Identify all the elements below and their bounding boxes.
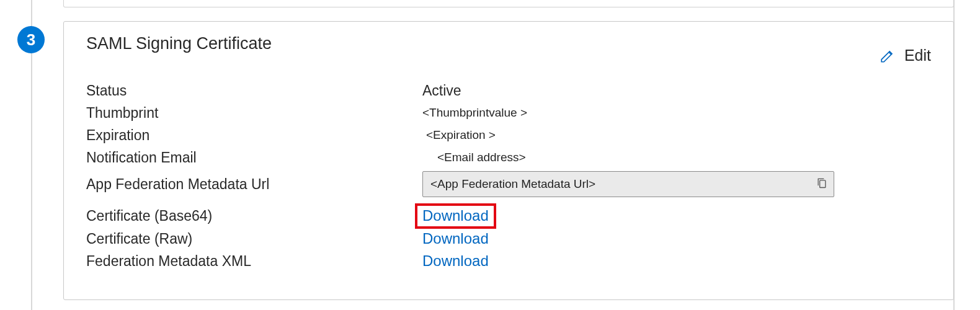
step-number-badge: 3 — [17, 26, 45, 53]
app-federation-metadata-url-value: <App Federation Metadata Url> — [430, 177, 815, 191]
download-certificate-raw-link[interactable]: Download — [422, 230, 489, 247]
edit-label: Edit — [904, 46, 931, 64]
copy-icon — [816, 176, 828, 193]
copy-button[interactable] — [815, 177, 829, 191]
saml-signing-certificate-card: SAML Signing Certificate Edit Status Act… — [63, 21, 954, 300]
status-value: Active — [422, 82, 931, 99]
download-certificate-base64-link[interactable]: Download — [415, 203, 496, 229]
notification-email-label: Notification Email — [86, 149, 422, 166]
app-federation-metadata-url-field[interactable]: <App Federation Metadata Url> — [422, 171, 834, 197]
expiration-value: <Expiration > — [422, 128, 931, 142]
expiration-label: Expiration — [86, 127, 422, 144]
app-federation-metadata-url-label: App Federation Metadata Url — [86, 176, 422, 193]
thumbprint-label: Thumbprint — [86, 105, 422, 122]
svg-rect-0 — [820, 180, 826, 187]
thumbprint-value: <Thumbprintvalue > — [422, 106, 931, 120]
card-heading: SAML Signing Certificate — [86, 34, 931, 53]
notification-email-value: <Email address> — [422, 151, 931, 164]
federation-metadata-xml-label: Federation Metadata XML — [86, 253, 422, 270]
pencil-icon — [880, 48, 896, 64]
download-federation-metadata-xml-link[interactable]: Download — [422, 252, 489, 269]
certificate-base64-label: Certificate (Base64) — [86, 208, 422, 224]
edit-button[interactable]: Edit — [880, 46, 931, 64]
certificate-raw-label: Certificate (Raw) — [86, 231, 422, 247]
status-label: Status — [86, 82, 422, 99]
previous-card-bottom-edge — [63, 0, 954, 7]
fields-section: Status Active Thumbprint <Thumbprintvalu… — [86, 79, 931, 272]
